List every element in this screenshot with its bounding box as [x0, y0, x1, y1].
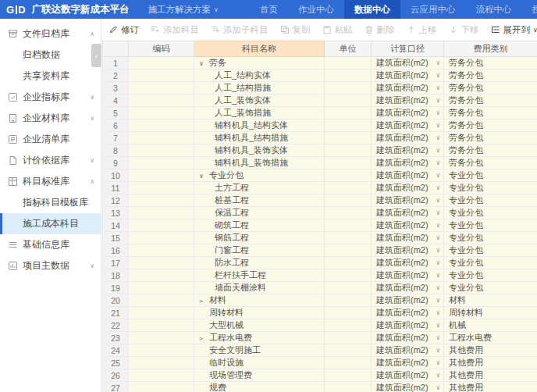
nav-item-home[interactable]: 首页 [250, 0, 288, 19]
table-row[interactable]: 4 人工_装饰实体 建筑面积(m2)∨ 劳务分包 [103, 94, 537, 107]
table-row[interactable]: 10 ∨专业分包 建筑面积(m2)∨ 专业分包 [103, 169, 537, 182]
move-up-button[interactable]: 上移 [407, 24, 437, 36]
copy-button[interactable]: 复制 [280, 24, 311, 36]
table-row[interactable]: 8 辅料机具_装饰实体 建筑面积(m2)∨ 劳务分包 [103, 144, 537, 157]
tree-toggle-icon[interactable]: ∨ [199, 60, 209, 67]
table-row[interactable]: 1 ∨劳务 建筑面积(m2)∨ 劳务分包 [103, 57, 537, 69]
calc-basis-select[interactable]: 建筑面积(m2)∨ [372, 269, 444, 282]
calc-basis-select[interactable]: 建筑面积(m2)∨ [372, 357, 444, 369]
table-row[interactable]: 7 辅料机具_结构措施 建筑面积(m2)∨ 劳务分包 [103, 132, 537, 144]
calc-basis-select[interactable]: 建筑面积(m2)∨ [372, 119, 444, 132]
revise-button[interactable]: 修订 [108, 24, 139, 36]
calc-basis-select[interactable]: 建筑面积(m2)∨ [372, 332, 444, 344]
dropdown-arrow-icon: ∨ [436, 209, 440, 216]
add-subject-button[interactable]: 添加科目 [151, 24, 199, 36]
sidebar-item-archive-data[interactable]: 归档数据 [0, 45, 101, 66]
tree-toggle-icon[interactable]: ∨ [199, 173, 209, 180]
calc-basis-select[interactable]: 建筑面积(m2)∨ [372, 107, 444, 119]
table-row[interactable]: 15 钢筋工程 建筑面积(m2)∨ 专业分包 [103, 232, 537, 244]
calc-basis-select[interactable]: 建筑面积(m2)∨ [372, 319, 444, 332]
table-row[interactable]: 5 人工_装饰措施 建筑面积(m2)∨ 劳务分包 [103, 107, 537, 119]
nav-item-cloud-app-center[interactable]: 云应用中心 [400, 0, 466, 19]
table-row[interactable]: 20 >材料 建筑面积(m2)∨ 材料 [103, 294, 537, 307]
info-icon [8, 240, 18, 250]
row-number-cell: 2 [103, 69, 129, 82]
calc-basis-select[interactable]: 建筑面积(m2)∨ [372, 244, 444, 257]
calc-basis-select[interactable]: 建筑面积(m2)∨ [372, 132, 444, 144]
calc-basis-select[interactable]: 建筑面积(m2)∨ [372, 232, 444, 244]
subject-name-cell: >工程水电费 [194, 332, 325, 344]
nav-item-data-center[interactable]: 数据中心 [344, 0, 400, 19]
nav-item-process-center[interactable]: 流程中心 [465, 0, 521, 19]
table-row[interactable]: 13 保温工程 建筑面积(m2)∨ 专业分包 [103, 207, 537, 219]
table-row[interactable]: 2 人工_结构实体 建筑面积(m2)∨ 劳务分包 [103, 69, 537, 82]
calc-basis-select[interactable]: 建筑面积(m2)∨ [372, 94, 444, 107]
calc-basis-select[interactable]: 建筑面积(m2)∨ [372, 282, 444, 294]
calc-basis-select[interactable]: 建筑面积(m2)∨ [372, 382, 444, 392]
calc-basis-select[interactable]: 建筑面积(m2)∨ [372, 194, 444, 207]
table-row[interactable]: 9 辅料机具_装饰措施 建筑面积(m2)∨ 劳务分包 [103, 157, 537, 169]
calc-basis-select[interactable]: 建筑面积(m2)∨ [372, 369, 444, 382]
paste-icon [322, 25, 332, 34]
nav-item-work-center[interactable]: 作业中心 [288, 0, 344, 19]
expand-to-button[interactable]: 展开到 ∨ [491, 24, 537, 36]
table-row[interactable]: 27 规费 建筑面积(m2)∨ 其他费用 [103, 382, 537, 392]
add-sub-subject-button[interactable]: 添加子科目 [211, 24, 268, 36]
tree-toggle-icon[interactable]: > [199, 335, 209, 342]
sidebar-item-shared-library[interactable]: 共享资料库 [0, 66, 101, 87]
sidebar-item-pricing-basis[interactable]: 计价依据库 ∨ [0, 150, 101, 171]
calc-basis-select[interactable]: 建筑面积(m2)∨ [372, 82, 444, 94]
table-row[interactable]: 26 现场管理费 建筑面积(m2)∨ 其他费用 [103, 369, 537, 382]
calc-basis-select[interactable]: 建筑面积(m2)∨ [372, 294, 444, 307]
table-row[interactable]: 11 土方工程 建筑面积(m2)∨ 专业分包 [103, 182, 537, 194]
calc-basis-select[interactable]: 建筑面积(m2)∨ [372, 219, 444, 232]
tree-toggle-icon[interactable]: > [199, 298, 209, 305]
sidebar-item-basic-info[interactable]: 基础信息库 [0, 234, 101, 255]
table-row[interactable]: 14 砌筑工程 建筑面积(m2)∨ 专业分包 [103, 219, 537, 232]
move-down-button[interactable]: 下移 [449, 24, 479, 36]
calc-basis-select[interactable]: 建筑面积(m2)∨ [372, 257, 444, 269]
calc-basis-select[interactable]: 建筑面积(m2)∨ [372, 157, 444, 169]
sidebar-item-enterprise-indicator[interactable]: 企业指标库 ∨ [0, 87, 101, 108]
calc-basis-select[interactable]: 建筑面积(m2)∨ [372, 182, 444, 194]
table-row[interactable]: 23 >工程水电费 建筑面积(m2)∨ 工程水电费 [103, 332, 537, 344]
calc-basis-select[interactable]: 建筑面积(m2)∨ [372, 69, 444, 82]
sidebar-collapse-handle[interactable]: › [91, 44, 101, 67]
delete-button[interactable]: 删除 [365, 24, 395, 36]
dropdown-arrow-icon: ∨ [436, 159, 440, 166]
table-row[interactable]: 3 人工_结构措施 建筑面积(m2)∨ 劳务分包 [103, 82, 537, 94]
calc-basis-select[interactable]: 建筑面积(m2)∨ [372, 169, 444, 182]
sidebar-item-enterprise-bill[interactable]: 企业清单库 [0, 129, 101, 150]
code-cell [129, 169, 194, 182]
header-cost-category: 费用类别 [444, 41, 537, 57]
calc-basis-select[interactable]: 建筑面积(m2)∨ [372, 144, 444, 157]
calc-basis-select[interactable]: 建筑面积(m2)∨ [372, 344, 444, 357]
table-row[interactable]: 12 桩基工程 建筑面积(m2)∨ 专业分包 [103, 194, 537, 207]
cost-category-cell: 专业分包 [444, 219, 537, 232]
table-row[interactable]: 24 安全文明施工 建筑面积(m2)∨ 其他费用 [103, 344, 537, 357]
table-row[interactable]: 17 防水工程 建筑面积(m2)∨ 专业分包 [103, 257, 537, 269]
subject-name-cell: 墙面天棚涂料 [194, 282, 325, 294]
nav-item-auth-center[interactable]: 授权中心 [521, 0, 537, 19]
top-navbar: GD 广联达数字新成本平台 施工方解决方案 ∨ 首页 作业中心 数据中心 云应用… [0, 0, 537, 19]
list-icon [8, 134, 18, 144]
sidebar-item-indicator-template[interactable]: 指标科目模板库 [0, 192, 101, 213]
table-row[interactable]: 22 大型机械 建筑面积(m2)∨ 机械 [103, 319, 537, 332]
table-row[interactable]: 18 栏杆扶手工程 建筑面积(m2)∨ 专业分包 [103, 269, 537, 282]
sidebar-item-construction-cost-subject[interactable]: 施工成本科目 [0, 213, 101, 234]
sidebar-item-project-master-data[interactable]: 项目主数据 ∨ [0, 255, 101, 276]
calc-basis-select[interactable]: 建筑面积(m2)∨ [372, 207, 444, 219]
table-row[interactable]: 6 辅料机具_结构实体 建筑面积(m2)∨ 劳务分包 [103, 119, 537, 132]
sidebar-item-enterprise-material[interactable]: 企业材料库 ∨ [0, 108, 101, 129]
table-row[interactable]: 19 墙面天棚涂料 建筑面积(m2)∨ 专业分包 [103, 282, 537, 294]
solution-menu[interactable]: 施工方解决方案 ∨ [148, 4, 219, 16]
table-row[interactable]: 25 临时设施 建筑面积(m2)∨ 其他费用 [103, 357, 537, 369]
table-row[interactable]: 16 门窗工程 建筑面积(m2)∨ 专业分包 [103, 244, 537, 257]
table-row[interactable]: 21 周转材料 建筑面积(m2)∨ 周转材料 [103, 307, 537, 319]
subject-name: 人工_结构措施 [215, 83, 271, 92]
sidebar-item-subject-standard[interactable]: 科目标准库 ∧ [0, 171, 101, 192]
calc-basis-select[interactable]: 建筑面积(m2)∨ [372, 57, 444, 69]
sidebar-item-file-archive[interactable]: 文件归档库 ∧ [0, 23, 101, 45]
calc-basis-select[interactable]: 建筑面积(m2)∨ [372, 307, 444, 319]
paste-button[interactable]: 粘贴 [322, 24, 353, 36]
